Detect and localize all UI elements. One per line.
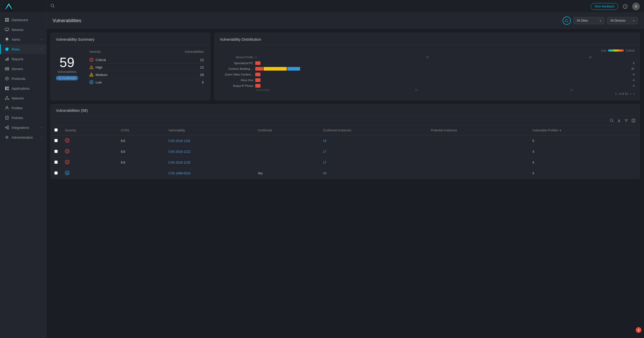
- sidebar-item-label: Network: [12, 96, 24, 100]
- dist-row-label: Crestron Building ...: [220, 67, 253, 70]
- row-checkbox[interactable]: [54, 139, 58, 142]
- col-vulnerable-profiles: Vulnerable Profiles ▼: [529, 126, 640, 135]
- refresh-button[interactable]: [563, 16, 571, 25]
- sidebar-item-risks[interactable]: Risks ›: [0, 44, 46, 54]
- chevron-right-icon: ›: [41, 38, 42, 41]
- filter-button[interactable]: [624, 119, 628, 123]
- severity-name-medium: ! Medium: [89, 73, 107, 77]
- bar-segment-high: [264, 67, 287, 71]
- columns-button[interactable]: [631, 119, 635, 123]
- user-avatar[interactable]: U: [632, 3, 640, 10]
- confirmed-instances-num[interactable]: 17: [323, 150, 326, 154]
- svg-rect-6: [5, 59, 6, 61]
- sidebar-item-administration[interactable]: Administration ›: [0, 132, 46, 142]
- integration-icon: [5, 125, 9, 130]
- vuln-link[interactable]: CVE-2019-1226: [168, 161, 190, 164]
- search-button[interactable]: [50, 4, 55, 9]
- all-sites-dropdown[interactable]: All Sites ▾: [573, 17, 604, 24]
- svg-point-12: [8, 69, 8, 70]
- severity-row-low[interactable]: ▼ Low 5: [88, 79, 205, 86]
- table-header-row: Severity CVSS Vulnerability Confirmed: [51, 126, 640, 135]
- all-devices-dropdown[interactable]: All Devices ▾: [607, 17, 638, 24]
- svg-point-23: [7, 126, 9, 127]
- cell-vulnerability[interactable]: CVE-2019-1226: [165, 157, 254, 168]
- vulnerabilities-section: Vulnerabilities (58): [50, 104, 640, 179]
- col-severity: Severity: [61, 126, 117, 135]
- dist-row-label: Specialized PC: [220, 62, 253, 65]
- dist-bar-group: [255, 73, 629, 76]
- cell-cvss: 9.8: [117, 146, 165, 157]
- cell-potential-instances: [427, 168, 529, 179]
- sidebar-item-servers[interactable]: Servers: [0, 64, 46, 74]
- svg-text:!: !: [67, 150, 68, 153]
- sidebar-item-dashboard[interactable]: Dashboard: [0, 15, 46, 25]
- help-button[interactable]: ?: [621, 3, 629, 10]
- filter-group: All Sites ▾ All Devices ▾: [563, 16, 638, 25]
- sidebar: Dashboard Devices Alerts › Risks ›: [0, 0, 46, 338]
- vuln-link[interactable]: CVE-2019-1222: [168, 150, 190, 154]
- select-all-checkbox[interactable]: [54, 128, 58, 132]
- bar-chart-icon: [5, 57, 9, 61]
- svg-text:!: !: [67, 161, 68, 164]
- sidebar-item-protocols[interactable]: Protocols: [0, 74, 46, 83]
- sidebar-item-policies[interactable]: Policies: [0, 113, 46, 123]
- svg-text:!: !: [67, 139, 68, 142]
- svg-text:?: ?: [624, 5, 626, 8]
- confirmed-instances-num[interactable]: 19: [323, 139, 326, 143]
- cell-vulnerability[interactable]: CVE-2019-1222: [165, 146, 254, 157]
- severity-row-critical[interactable]: ! Critical 12: [88, 56, 205, 64]
- confirmed-instances-num[interactable]: 17: [323, 161, 326, 164]
- cell-confirmed-instances: 17: [319, 157, 428, 168]
- vuln-link[interactable]: CVE-1999-0524: [168, 172, 190, 175]
- bar-segment-critical: [255, 61, 260, 65]
- legend-gradient-bar: [608, 49, 624, 52]
- svg-rect-15: [5, 87, 7, 90]
- sidebar-item-integrations[interactable]: Integrations ›: [0, 123, 46, 132]
- severity-row-high[interactable]: ! High 12: [88, 64, 205, 71]
- severity-row-medium[interactable]: ! Medium 29: [88, 71, 205, 79]
- dist-row-crestron: Crestron Building ... 37: [220, 67, 634, 71]
- sidebar-item-network[interactable]: Network: [0, 93, 46, 103]
- sidebar-item-devices[interactable]: Devices: [0, 25, 46, 35]
- row-checkbox[interactable]: [54, 171, 58, 175]
- severity-name-high: ! High: [89, 65, 103, 69]
- vuln-link[interactable]: CVE-2019-1181: [168, 139, 190, 143]
- cell-confirmed: [254, 146, 319, 157]
- svg-point-11: [8, 68, 8, 68]
- col-cvss: CVSS: [117, 126, 165, 135]
- give-feedback-button[interactable]: Give feedback: [591, 3, 618, 10]
- row-checkbox-cell: [51, 135, 61, 146]
- dist-card-title: Vulnerability Distribution: [215, 33, 640, 45]
- row-checkbox[interactable]: [54, 160, 58, 164]
- col-confirmed: Confirmed: [254, 126, 319, 135]
- dist-bar-group: [255, 67, 628, 71]
- bar-segment-low: [287, 67, 300, 71]
- severity-col-header: Severity: [89, 50, 100, 54]
- cell-vulnerability[interactable]: CVE-1999-0524: [165, 168, 254, 179]
- notification-badge[interactable]: 1: [636, 327, 641, 333]
- axis-20: 20: [426, 56, 429, 59]
- sidebar-item-reports[interactable]: Reports: [0, 54, 46, 64]
- bar-segment-critical: [255, 73, 260, 76]
- search-vuln-button[interactable]: [610, 119, 614, 123]
- sidebar-item-alerts[interactable]: Alerts ›: [0, 35, 46, 44]
- cards-row: Vulnerability Summary 59 Vulnerabilities…: [46, 29, 644, 104]
- cell-vulnerability[interactable]: CVE-2019-1181: [165, 135, 254, 146]
- next-page-button[interactable]: ›: [633, 92, 634, 96]
- dist-header-row: Device Profile 0 20 40: [220, 55, 634, 59]
- cell-confirmed: Yes: [254, 168, 319, 179]
- download-button[interactable]: [617, 119, 621, 123]
- severity-name-critical: ! Critical: [89, 58, 106, 62]
- dist-row-label: Zoom Video Confere...: [220, 73, 253, 76]
- table-row: ! 9.8 CVE-2019-1222 17: [51, 146, 640, 157]
- sidebar-item-applications[interactable]: Applications: [0, 83, 46, 93]
- dist-bar-group: [255, 78, 629, 82]
- sidebar-item-profiles[interactable]: Profiles: [0, 103, 46, 113]
- chevron-down-icon: ▾: [633, 19, 634, 22]
- row-checkbox[interactable]: [54, 150, 58, 153]
- pagination-text: 1 - 5 of 14: [615, 92, 628, 95]
- confirmed-instances-num[interactable]: 49: [323, 172, 326, 175]
- dist-row-count: 4: [633, 84, 634, 87]
- prev-page-button[interactable]: ‹: [630, 92, 631, 96]
- chevron-right-icon: ›: [41, 126, 42, 129]
